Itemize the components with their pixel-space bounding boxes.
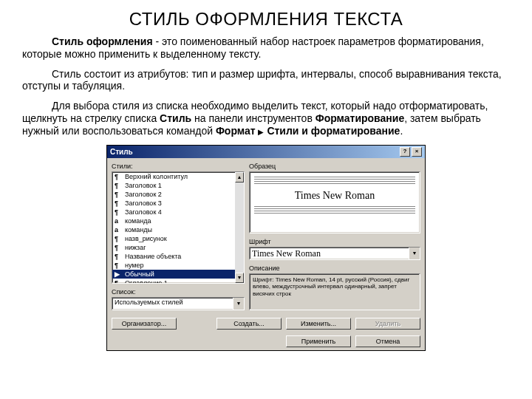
description-box: Шрифт: Times New Roman, 14 pt, русский (… — [249, 273, 420, 310]
apply-button[interactable]: Применить — [286, 335, 351, 347]
cancel-button[interactable]: Отмена — [355, 335, 420, 347]
para-3: Для выбора стиля из списка необходимо вы… — [22, 100, 510, 137]
font-combo[interactable]: Times New Roman ▼ — [249, 247, 420, 260]
help-button[interactable]: ? — [400, 147, 410, 157]
chevron-down-icon[interactable]: ▼ — [409, 248, 420, 259]
page-title: СТИЛЬ ОФОРМЛЕНИЯ ТЕКСТА — [22, 9, 510, 30]
font-label: Шрифт — [249, 238, 420, 245]
modify-button[interactable]: Изменить... — [286, 318, 351, 330]
styles-listbox[interactable]: ¶Верхний колонтитул ¶Заголовок 1 ¶Заголо… — [112, 171, 245, 284]
chevron-down-icon[interactable]: ▼ — [233, 298, 244, 310]
scroll-down-icon[interactable]: ▼ — [235, 273, 244, 283]
scroll-up-icon[interactable]: ▲ — [235, 172, 244, 183]
organizer-button[interactable]: Организатор... — [112, 318, 177, 330]
delete-button[interactable]: Удалить — [355, 318, 420, 330]
style-dialog: Стиль ? × Стили: ¶Верхний колонтитул ¶За… — [106, 145, 426, 351]
styles-label: Стили: — [112, 163, 245, 170]
list-item-selected: ▶Обычный — [112, 270, 244, 279]
dialog-titlebar: Стиль ? × — [107, 146, 425, 158]
desc-label: Описание — [249, 265, 420, 272]
preview-pane: Times New Roman — [249, 171, 420, 233]
preview-label: Образец — [249, 163, 420, 170]
dialog-title: Стиль — [110, 148, 133, 156]
list-combo[interactable]: Используемых стилей ▼ — [112, 297, 245, 310]
list-label: Список: — [112, 288, 245, 296]
scrollbar[interactable]: ▲ ▼ — [235, 172, 244, 283]
new-button[interactable]: Создать... — [216, 318, 282, 330]
para-1: Стиль оформления - это поименованный наб… — [22, 35, 510, 61]
sample-text: Times New Roman — [254, 190, 415, 202]
close-button[interactable]: × — [412, 147, 422, 157]
para-2: Стиль состоит из атрибутов: тип и размер… — [22, 68, 510, 93]
